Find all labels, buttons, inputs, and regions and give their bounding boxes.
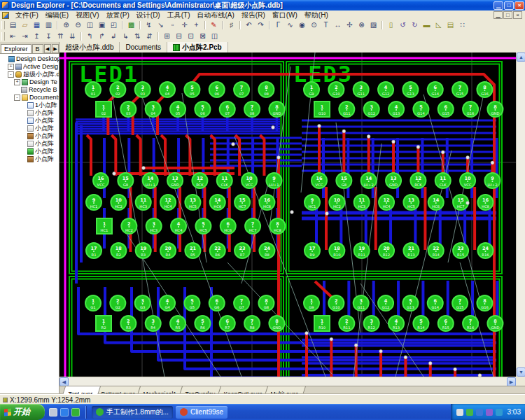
layer-tab-bottomlayer[interactable]: BottomLayer <box>95 386 143 394</box>
via[interactable] <box>318 125 321 128</box>
restore-button[interactable]: □ <box>504 1 514 10</box>
redo-icon[interactable]: ↷ <box>255 20 266 30</box>
tree-item[interactable]: 小点阵 <box>0 117 59 125</box>
lock-icon[interactable]: ⊠ <box>197 31 208 41</box>
center-vertical-icon[interactable]: ↱ <box>97 31 107 41</box>
via[interactable] <box>404 356 407 359</box>
expand-toggle[interactable]: + <box>14 79 20 85</box>
via[interactable] <box>491 161 494 164</box>
tree-item[interactable]: Design Desktop <box>0 55 59 63</box>
new-document-icon[interactable]: ▤ <box>8 20 18 30</box>
place-track-icon[interactable]: Γ <box>273 20 284 30</box>
layer-tab-toplayer[interactable]: TopLayer <box>62 386 101 394</box>
tree-item[interactable]: 小点阵 <box>0 125 59 132</box>
quicklaunch-player-icon[interactable] <box>71 408 80 416</box>
via[interactable] <box>232 143 235 146</box>
browse-board-icon[interactable]: ▩ <box>126 20 136 30</box>
via[interactable] <box>367 135 370 139</box>
menu-item-1[interactable]: 文件(F) <box>12 10 42 20</box>
place-via-icon[interactable]: ⊙ <box>309 20 319 30</box>
layer-tab-mechanical1[interactable]: Mechanical1 <box>137 386 185 394</box>
frame-icon[interactable]: ⊡ <box>186 31 196 41</box>
paste-special-icon[interactable]: ▤ <box>445 20 456 30</box>
menu-item-9[interactable]: 窗口(W) <box>269 10 301 20</box>
pencil-icon[interactable]: ✎ <box>209 20 219 30</box>
panel-tab-browse[interactable]: B <box>32 44 43 53</box>
menu-item-7[interactable]: 自动布线(A) <box>193 10 237 20</box>
distribute-left-icon[interactable]: ↲ <box>108 31 119 41</box>
tree-item[interactable]: +Design Te <box>0 78 59 86</box>
tray-security-icon[interactable] <box>496 409 503 416</box>
space-horizontal-icon[interactable]: ⇈ <box>55 31 66 41</box>
place-fill-icon[interactable]: ▨ <box>368 20 379 30</box>
via[interactable] <box>454 368 457 371</box>
task-button-1[interactable]: 手工制作1.8mm的... <box>92 406 173 419</box>
group-icon[interactable]: ⊞ <box>162 31 172 41</box>
scroll-down-icon[interactable]: ▼ <box>517 368 525 377</box>
via[interactable] <box>305 332 309 335</box>
space-vertical-icon[interactable]: ⇊ <box>67 31 78 41</box>
mdi-minimize-button[interactable]: ▁ <box>493 11 503 19</box>
menu-item-8[interactable]: 报告(R) <box>238 10 269 20</box>
scroll-up-icon[interactable]: ▲ <box>517 52 525 62</box>
place-room-icon[interactable]: ▯ <box>386 20 396 30</box>
mdi-restore-button[interactable]: □ <box>503 11 512 19</box>
tree-item[interactable]: 小点阵 <box>0 140 59 148</box>
zoom-out-icon[interactable]: ⊖ <box>73 20 83 30</box>
grid-toggle-icon[interactable]: ♯ <box>226 20 237 30</box>
layer-tab-topoverlay[interactable]: TopOverlay <box>179 386 223 394</box>
via[interactable] <box>441 150 444 154</box>
via[interactable] <box>277 156 281 160</box>
horizontal-scrollbar[interactable]: ◀ ▶ <box>59 377 516 386</box>
panel-icon[interactable]: ◫ <box>209 31 220 41</box>
place-pad-icon[interactable]: ◉ <box>297 20 307 30</box>
expand-toggle[interactable]: - <box>8 71 14 78</box>
tree-item[interactable]: Recycle B <box>0 86 59 94</box>
array-paste-icon[interactable]: ∷ <box>457 20 468 30</box>
tree-item[interactable]: 1小点阵 <box>0 102 59 109</box>
align-left-icon[interactable]: ⇤ <box>8 31 18 41</box>
tree-item[interactable]: -Documents <box>0 94 59 102</box>
place-rectangle-icon[interactable]: ▬ <box>421 20 432 30</box>
menu-item-6[interactable]: 工具(T) <box>164 10 194 20</box>
ungroup-icon[interactable]: ⊟ <box>174 31 184 41</box>
toolbar-grip[interactable] <box>1 21 5 29</box>
zoom-window-icon[interactable]: ◫ <box>85 20 95 30</box>
align-top-icon[interactable]: ↥ <box>31 31 42 41</box>
menu-item-10[interactable]: 帮助(H) <box>301 10 332 20</box>
via[interactable] <box>466 156 470 160</box>
place-arc-icon[interactable]: ∿ <box>285 20 295 30</box>
crosshair-icon[interactable]: + <box>191 20 202 30</box>
via[interactable] <box>272 126 275 130</box>
move-tool-icon[interactable]: ✛ <box>179 20 190 30</box>
tree-item[interactable]: 小点阵 <box>0 109 59 117</box>
undo-icon[interactable]: ↶ <box>244 20 254 30</box>
tree-item[interactable]: +Active Desig <box>0 63 59 71</box>
select-area-icon[interactable]: ▫ <box>167 20 178 30</box>
trace-top-layer[interactable] <box>111 135 115 176</box>
via[interactable] <box>342 130 346 133</box>
tray-network-icon[interactable] <box>476 409 483 416</box>
place-polygon-icon[interactable]: ◺ <box>433 20 444 30</box>
layer-tab-multilayer[interactable]: MultiLayer <box>265 386 306 394</box>
layer-tab-keepoutlayer[interactable]: KeepOutLayer <box>218 386 270 394</box>
via[interactable] <box>113 172 116 176</box>
zoom-document-icon[interactable]: ▣ <box>97 20 107 30</box>
wire-tool-icon[interactable]: ↯ <box>144 20 154 30</box>
document-tab-1[interactable]: 超级小点阵.ddb <box>59 42 120 52</box>
via[interactable] <box>466 202 470 205</box>
via[interactable] <box>428 362 432 365</box>
quicklaunch-browser-icon[interactable] <box>60 408 69 416</box>
align-bottom-icon[interactable]: ↧ <box>43 31 54 41</box>
tab-scroll-right-icon[interactable]: ▶ <box>52 44 59 53</box>
tree-item[interactable]: 小点阵 <box>0 132 59 140</box>
via[interactable] <box>379 349 383 353</box>
via[interactable] <box>354 344 358 347</box>
save-icon[interactable]: ▦ <box>31 20 42 30</box>
swap-vertical-icon[interactable]: ⇅ <box>132 31 143 41</box>
tab-scroll-left-icon[interactable]: ◀ <box>44 44 51 53</box>
tray-status-icon[interactable] <box>456 409 463 416</box>
line-tool-icon[interactable]: ↘ <box>155 20 166 30</box>
via[interactable] <box>290 211 294 214</box>
pcb-canvas[interactable]: LED1LED310120230340450560670780810220330… <box>59 52 516 377</box>
